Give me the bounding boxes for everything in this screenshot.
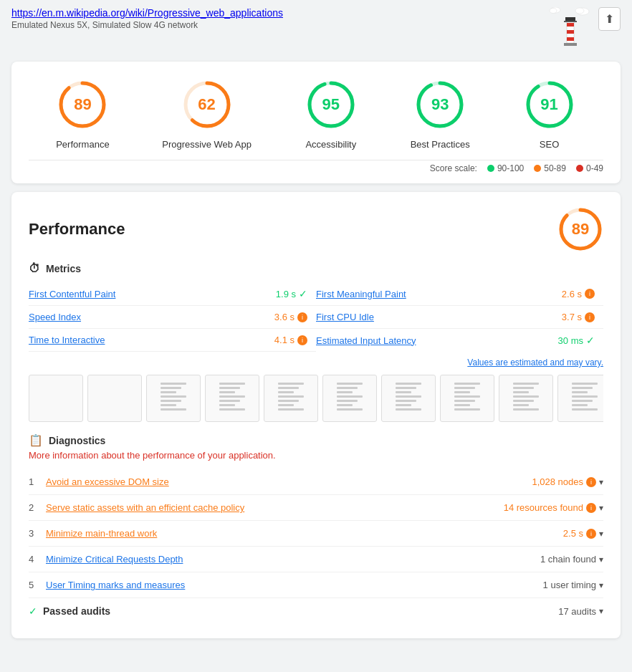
vary-note: Values are estimated and may vary. (29, 357, 603, 368)
score-circle-pwa: 62 (178, 76, 236, 133)
filmstrip-frame-3 (205, 375, 259, 422)
diagnostics-title: Diagnostics (49, 435, 105, 446)
metric-left: Speed Index (29, 312, 81, 322)
score-scale: Score scale: 90-100 50-89 0-49 (29, 160, 603, 173)
filmstrip-frame-1 (87, 375, 142, 422)
metric-row-speed-index: Speed Index 3.6 s i (29, 306, 316, 329)
diag-value: 1,028 nodes i ▾ (532, 476, 603, 487)
diag-num: 5 (29, 580, 40, 590)
diag-title[interactable]: Avoid an excessive DOM size (46, 476, 526, 487)
score-label-pwa: Progressive Web App (162, 139, 252, 150)
diagnostics-header: 📋 Diagnostics (29, 433, 603, 447)
metric-name[interactable]: First CPU Idle (316, 312, 374, 322)
metric-left: First Contentful Paint (29, 289, 115, 299)
passed-chevron[interactable]: ▾ (599, 606, 603, 616)
score-item-pwa[interactable]: 62 Progressive Web App (162, 76, 252, 150)
diag-title[interactable]: User Timing marks and measures (46, 580, 537, 590)
scale-red-range: 0-49 (586, 163, 603, 173)
scale-red: 0-49 (576, 163, 603, 173)
main-content: Performance 89 ⏱ Metrics First Contentfu… (11, 192, 621, 638)
metric-name[interactable]: Time to Interactive (29, 335, 105, 345)
svg-point-1 (575, 8, 584, 14)
score-item-best-practices[interactable]: 93 Best Practices (411, 76, 470, 150)
score-item-performance[interactable]: 89 Performance (54, 76, 111, 150)
diag-title[interactable]: Serve static assets with an efficient ca… (46, 502, 498, 513)
vary-link[interactable]: may vary. (567, 357, 603, 368)
metrics-header: ⏱ Metrics (29, 262, 603, 275)
orange-dot (534, 165, 541, 172)
passed-audits-row: ✓ Passed audits 17 audits ▾ (29, 598, 603, 624)
scores-row: 89 Performance 62 Progressive Web App 95… (29, 76, 603, 150)
score-item-seo[interactable]: 91 SEO (521, 76, 578, 150)
diag-row-4: 4 Minimize Critical Requests Depth 1 cha… (29, 547, 603, 572)
metric-row-estimated-input-latency: Estimated Input Latency 30 ms ✓ (316, 329, 603, 352)
filmstrip-frame-5 (322, 375, 377, 422)
diagnostics-section: 📋 Diagnostics More information about the… (29, 433, 603, 624)
scale-orange-range: 50-89 (544, 163, 566, 173)
metric-name[interactable]: Speed Index (29, 312, 81, 322)
diag-row-3: 3 Minimize main-thread work 2.5 s i ▾ (29, 521, 603, 547)
diag-num: 1 (29, 476, 40, 487)
passed-label: Passed audits (43, 605, 552, 617)
diag-chevron[interactable]: ▾ (599, 477, 603, 487)
metric-name[interactable]: First Meaningful Paint (316, 289, 406, 299)
score-item-accessibility[interactable]: 95 Accessibility (302, 76, 360, 150)
diag-chevron[interactable]: ▾ (599, 529, 603, 539)
diag-value: 2.5 s i ▾ (563, 528, 603, 539)
lighthouse-logo-icon (548, 7, 591, 57)
scale-label: Score scale: (430, 163, 477, 173)
diag-chevron[interactable]: ▾ (599, 503, 603, 513)
passed-check-icon: ✓ (29, 605, 37, 617)
metric-name[interactable]: First Contentful Paint (29, 289, 115, 299)
svg-rect-9 (564, 21, 577, 22)
url-link[interactable]: https://en.m.wikipedia.org/wiki/Progress… (11, 7, 283, 19)
diag-chevron[interactable]: ▾ (599, 555, 603, 565)
filmstrip-frame-6 (381, 375, 436, 422)
performance-big-number: 89 (572, 220, 589, 239)
metric-left: First Meaningful Paint (316, 289, 406, 299)
score-label-performance: Performance (56, 139, 109, 150)
diag-title[interactable]: Minimize Critical Requests Depth (46, 554, 535, 565)
filmstrip (29, 375, 603, 422)
info-icon[interactable]: i (297, 335, 307, 345)
metric-row-first-cpu-idle: First CPU Idle 3.7 s i (316, 306, 603, 329)
info-icon[interactable]: i (297, 312, 307, 322)
metric-row-first-contentful-paint: First Contentful Paint 1.9 s ✓ (29, 282, 316, 306)
info-icon[interactable]: i (585, 289, 595, 299)
diag-info-icon[interactable]: i (586, 477, 596, 487)
diag-info-icon[interactable]: i (586, 529, 596, 539)
score-circle-accessibility: 95 (302, 76, 360, 133)
green-dot (487, 165, 494, 172)
scale-green-range: 90-100 (497, 163, 524, 173)
performance-section-header: Performance 89 (29, 206, 603, 252)
diag-info-icon[interactable]: i (586, 503, 596, 513)
top-bar: https://en.m.wikipedia.org/wiki/Progress… (0, 0, 632, 62)
diag-row-1: 1 Avoid an excessive DOM size 1,028 node… (29, 469, 603, 495)
metrics-grid: First Contentful Paint 1.9 s ✓ First Mea… (29, 282, 603, 352)
check-icon: ✓ (586, 335, 595, 346)
metric-value: 3.6 s i (274, 312, 307, 322)
svg-rect-10 (564, 43, 577, 46)
diag-title[interactable]: Minimize main-thread work (46, 528, 557, 539)
score-label-best-practices: Best Practices (411, 139, 470, 150)
score-number-accessibility: 95 (322, 95, 340, 114)
metric-row-first-meaningful-paint: First Meaningful Paint 2.6 s i (316, 282, 603, 306)
metric-row-time-to-interactive: Time to Interactive 4.1 s i (29, 329, 316, 352)
share-button[interactable]: ⬆ (598, 7, 621, 31)
url-section: https://en.m.wikipedia.org/wiki/Progress… (11, 7, 283, 30)
metric-value: 30 ms ✓ (558, 335, 595, 346)
score-number-seo: 91 (540, 95, 557, 114)
score-circle-best-practices: 93 (411, 76, 469, 133)
metric-name[interactable]: Estimated Input Latency (316, 335, 416, 346)
diag-chevron[interactable]: ▾ (599, 580, 603, 590)
diag-value: 1 chain found ▾ (540, 554, 603, 565)
diagnostics-subtitle: More information about the performance o… (29, 450, 603, 461)
passed-count: 17 audits ▾ (558, 606, 603, 617)
diag-num: 2 (29, 502, 40, 513)
performance-title: Performance (29, 220, 125, 239)
score-number-best-practices: 93 (431, 95, 449, 114)
metric-left: First CPU Idle (316, 312, 374, 322)
filmstrip-frame-0 (29, 375, 83, 422)
diag-row-2: 2 Serve static assets with an efficient … (29, 495, 603, 521)
info-icon[interactable]: i (585, 312, 595, 322)
